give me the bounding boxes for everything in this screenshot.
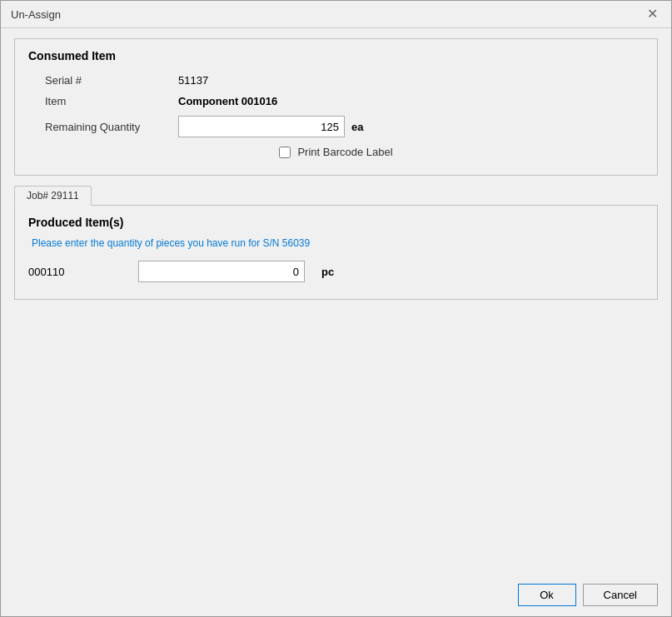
produced-qty-unit: pc	[321, 266, 334, 278]
cancel-button[interactable]: Cancel	[583, 584, 658, 606]
remaining-qty-input[interactable]	[178, 116, 345, 137]
print-barcode-row: Print Barcode Label	[28, 146, 644, 158]
close-button[interactable]: ✕	[644, 7, 661, 21]
item-row: Item Component 001016	[28, 95, 644, 107]
serial-value: 51137	[178, 74, 208, 87]
produced-item-code: 000110	[28, 266, 128, 278]
produced-item-row: 000110 pc	[28, 261, 644, 282]
dialog-content: Consumed Item Serial # 51137 Item Compon…	[1, 28, 671, 574]
dialog: Un-Assign ✕ Consumed Item Serial # 51137…	[0, 0, 672, 617]
ok-button[interactable]: Ok	[518, 584, 576, 606]
title-bar: Un-Assign ✕	[1, 1, 671, 28]
print-barcode-checkbox[interactable]	[279, 147, 291, 158]
dialog-title: Un-Assign	[11, 8, 61, 21]
dialog-footer: Ok Cancel	[1, 574, 671, 616]
produced-qty-input[interactable]	[138, 261, 305, 282]
consumed-item-title: Consumed Item	[28, 49, 644, 62]
remaining-qty-unit: ea	[351, 121, 363, 133]
print-barcode-label: Print Barcode Label	[297, 146, 392, 158]
tab-job-29111[interactable]: Job# 29111	[14, 186, 92, 206]
tabs-area: Job# 29111 Produced Item(s) Please enter…	[14, 186, 658, 300]
remaining-qty-label: Remaining Quantity	[45, 121, 178, 133]
tab-content: Produced Item(s) Please enter the quanti…	[14, 205, 658, 300]
remaining-qty-row: Remaining Quantity ea	[28, 116, 644, 137]
item-value: Component 001016	[178, 95, 277, 107]
serial-label: Serial #	[45, 74, 178, 87]
item-label: Item	[45, 95, 178, 107]
tab-bar: Job# 29111	[14, 186, 658, 205]
produced-items-title: Produced Item(s)	[28, 216, 644, 229]
serial-row: Serial # 51137	[28, 74, 644, 87]
info-message: Please enter the quantity of pieces you …	[28, 237, 644, 249]
consumed-item-section: Consumed Item Serial # 51137 Item Compon…	[14, 38, 658, 176]
